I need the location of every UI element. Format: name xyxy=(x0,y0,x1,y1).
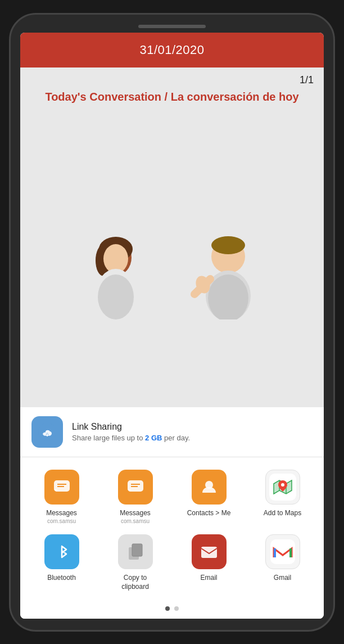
dots-indicator xyxy=(20,601,324,619)
gmail-icon-wrap xyxy=(265,534,300,569)
bluetooth-icon-wrap xyxy=(44,534,79,569)
share-item-maps[interactable]: Add to Maps xyxy=(246,465,319,530)
link-sharing-info: Link Sharing Share large files up to 2 G… xyxy=(72,422,190,442)
messages-2-icon xyxy=(118,470,153,505)
share-item-messages-1[interactable]: Messages com.samsu xyxy=(25,465,98,530)
speaker xyxy=(138,25,206,28)
email-icon-wrap xyxy=(192,534,227,569)
share-item-bluetooth[interactable]: Bluetooth xyxy=(25,530,98,597)
page-indicator: 1/1 xyxy=(300,74,314,86)
messages-2-label: Messages xyxy=(120,509,151,518)
messages-1-label: Messages xyxy=(46,509,77,518)
subtitle-suffix: per day. xyxy=(162,434,190,442)
header-date: 31/01/2020 xyxy=(139,43,204,57)
content-area: 1/1 Today's Conversation / La conversaci… xyxy=(20,67,324,407)
share-item-clipboard[interactable]: Copy toclipboard xyxy=(98,530,172,597)
link-sharing-icon xyxy=(31,416,63,448)
svg-rect-24 xyxy=(132,544,142,556)
svg-point-22 xyxy=(281,483,284,487)
link-sharing-subtitle: Share large files up to 2 GB per day. xyxy=(72,434,190,442)
share-item-email[interactable]: Email xyxy=(172,530,246,597)
illustration xyxy=(20,114,324,407)
link-sharing-row[interactable]: Link Sharing Share large files up to 2 G… xyxy=(20,407,324,457)
gmail-label: Gmail xyxy=(274,574,291,583)
share-item-messages-2[interactable]: Messages com.samsu xyxy=(98,465,172,530)
contacts-label: Contacts > Me xyxy=(187,509,231,518)
messages-2-sublabel: com.samsu xyxy=(121,518,150,524)
app-header: 31/01/2020 xyxy=(20,33,324,67)
subtitle-highlight: 2 GB xyxy=(145,434,162,442)
clipboard-label: Copy toclipboard xyxy=(121,574,149,591)
subtitle-prefix: Share large files up to xyxy=(72,434,145,442)
contacts-icon xyxy=(192,470,227,505)
share-sheet: Link Sharing Share large files up to 2 G… xyxy=(20,407,324,619)
share-item-contacts[interactable]: Contacts > Me xyxy=(172,465,246,530)
dot-1 xyxy=(165,606,170,611)
screen: 31/01/2020 1/1 Today's Conversation / La… xyxy=(20,33,324,619)
phone-frame: 31/01/2020 1/1 Today's Conversation / La… xyxy=(9,13,335,632)
svg-rect-26 xyxy=(201,547,217,558)
svg-rect-29 xyxy=(289,548,292,557)
clipboard-icon-wrap xyxy=(118,534,153,569)
link-sharing-title: Link Sharing xyxy=(72,422,190,432)
share-grid: Messages com.samsu Messages com.sa xyxy=(20,457,324,601)
conversation-title: Today's Conversation / La conversación d… xyxy=(20,67,324,114)
status-bar xyxy=(11,21,333,33)
email-label: Email xyxy=(200,574,217,583)
messages-1-icon xyxy=(44,470,79,505)
maps-label: Add to Maps xyxy=(264,509,301,518)
svg-point-7 xyxy=(211,236,245,254)
dot-2 xyxy=(174,606,179,611)
share-item-gmail[interactable]: Gmail xyxy=(246,530,319,597)
svg-rect-28 xyxy=(274,548,276,557)
svg-point-5 xyxy=(98,274,134,319)
maps-icon xyxy=(265,470,300,505)
bluetooth-label: Bluetooth xyxy=(47,574,76,583)
messages-1-sublabel: com.samsu xyxy=(47,518,76,524)
